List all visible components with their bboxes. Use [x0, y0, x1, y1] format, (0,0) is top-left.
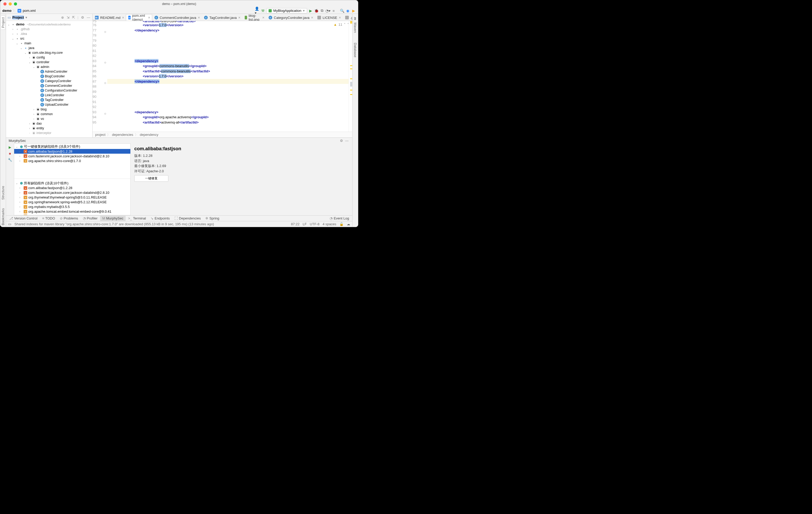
debug-button[interactable]: 🐞	[314, 8, 319, 13]
close-tab-icon[interactable]: ×	[198, 16, 200, 20]
bottom-tool-tab[interactable]: ⛶Dependencies	[172, 216, 203, 221]
close-tab-icon[interactable]: ×	[238, 16, 240, 20]
vuln-item[interactable]: ›⬥com.fasterxml.jackson.core:jackson-dat…	[14, 191, 130, 195]
close-window-button[interactable]	[3, 2, 6, 5]
expand-all-icon[interactable]: ⇲	[66, 16, 70, 20]
vuln-item[interactable]: ›⬥com.alibaba:fastjson@1.2.28	[14, 186, 130, 191]
tree-item[interactable]: ⌄▪java	[6, 46, 92, 50]
tree-item[interactable]: ›◉config	[6, 55, 92, 60]
vuln-item[interactable]: ›⬥org.thymeleaf:thymeleaf-spring5@3.0.11…	[14, 195, 130, 200]
tree-item[interactable]: ›▪.idea	[6, 31, 92, 36]
run-config-selector[interactable]: MyBlogApplication ▾	[266, 8, 307, 13]
locate-icon[interactable]: ⊕	[61, 16, 64, 20]
tree-item[interactable]: CAdminController	[6, 69, 92, 74]
gear-icon[interactable]: ⚙	[339, 139, 344, 143]
close-tab-icon[interactable]: ×	[339, 16, 341, 20]
bottom-tool-tab[interactable]: MMurphySec	[100, 216, 126, 221]
vuln-item[interactable]: ›⬥com.fasterxml.jackson.core:jackson-dat…	[14, 154, 130, 159]
editor-tab[interactable]: CCommentController.java×	[152, 14, 202, 21]
tree-item[interactable]: CBlogController	[6, 74, 92, 79]
readonly-icon[interactable]: 🔓	[339, 222, 344, 226]
vuln-item[interactable]: ›⬥com.alibaba:fastjson@1.2.28	[14, 149, 130, 154]
cursor-position[interactable]: 87:22	[291, 222, 299, 226]
coverage-button[interactable]: ⧉	[320, 8, 324, 13]
fixable-components-tree[interactable]: ⌄⬢可一键修复的缺陷组件 (涉及3个组件)›⬥com.alibaba:fastj…	[14, 144, 130, 179]
error-stripe[interactable]	[349, 21, 352, 132]
tree-item[interactable]: ›◉interceptor	[6, 131, 92, 135]
bottom-tool-tab[interactable]: ↘Endpoints	[148, 216, 172, 221]
all-components-tree[interactable]: ⌄⬢所有缺陷组件 (涉及10个组件)›⬥com.alibaba:fastjson…	[14, 180, 130, 215]
editor-tab[interactable]: blog-list.png×	[242, 14, 266, 21]
event-log-tab[interactable]: ◔Event Log	[327, 216, 351, 221]
project-tool-tab[interactable]: Project	[1, 16, 5, 30]
bottom-tool-tab[interactable]: ⎇Version Control	[7, 216, 39, 221]
tree-item[interactable]: CConfigurationController	[6, 88, 92, 93]
vuln-item[interactable]: ›⬥org.apache.shiro:shiro-core@1.7.0	[14, 159, 130, 163]
editor-tab[interactable]: CCategoryController.java×	[266, 14, 315, 21]
hide-icon[interactable]: —	[86, 16, 91, 20]
search-icon[interactable]: 🔍	[340, 8, 344, 13]
vuln-item[interactable]: ›⬥org.apache.shiro:shiro-core@1.7.0	[14, 214, 130, 215]
editor-tab[interactable]: mpom.xml (demo)×	[126, 14, 152, 21]
maven-tool-tab[interactable]: m Maven	[353, 16, 357, 36]
bottom-tool-tab[interactable]: >_Terminal	[126, 216, 148, 221]
breadcrumb-project[interactable]: demo	[2, 9, 11, 12]
maximize-window-button[interactable]	[14, 2, 17, 5]
chevron-down-icon[interactable]: ▾	[25, 16, 27, 20]
editor-tab[interactable]: CTagController.java×	[202, 14, 242, 21]
bookmarks-tool-tab[interactable]: Bookmarks	[1, 207, 5, 227]
project-tree[interactable]: ⌄▪demo~/Documents/code/testcode/demo›▪.g…	[6, 21, 92, 137]
status-project-icon[interactable]: ▭	[8, 222, 11, 226]
tree-item[interactable]: ⌄◉controller	[6, 60, 92, 64]
tree-item[interactable]: ›◉entity	[6, 126, 92, 131]
tree-item[interactable]: CCommentController	[6, 83, 92, 88]
gear-icon[interactable]: ⚙	[81, 16, 85, 20]
tree-item[interactable]: ›◉blog	[6, 107, 92, 112]
line-separator[interactable]: LF	[303, 222, 307, 226]
structure-tool-tab[interactable]: Structure	[1, 184, 5, 201]
collapse-all-icon[interactable]: ⇱	[71, 16, 76, 20]
vuln-item[interactable]: ›⬥org.apache.tomcat.embed:tomcat-embed-c…	[14, 209, 130, 214]
tree-item[interactable]: CLinkController	[6, 93, 92, 97]
tree-item[interactable]: ⌄◉admin	[6, 64, 92, 69]
tree-group-header[interactable]: ⌄⬢可一键修复的缺陷组件 (涉及3个组件)	[14, 144, 130, 149]
database-tool-tab[interactable]: Database	[353, 41, 357, 59]
hide-icon[interactable]: —	[344, 139, 350, 143]
tree-item[interactable]: CTagController	[6, 97, 92, 102]
tree-item[interactable]: ›◉common	[6, 112, 92, 116]
tree-item[interactable]: CUploadController	[6, 102, 92, 107]
tree-root[interactable]: ⌄▪demo~/Documents/code/testcode/demo	[6, 22, 92, 27]
tree-item[interactable]: ⌄▪src	[6, 36, 92, 41]
indent-setting[interactable]: 4 spaces	[323, 222, 336, 226]
breadcrumb-file[interactable]: pom.xml	[23, 9, 36, 12]
rerun-button[interactable]: ▶	[8, 145, 12, 149]
crumb-item[interactable]: dependency	[140, 133, 158, 137]
memory-indicator[interactable]: ☁	[347, 222, 350, 226]
close-tab-icon[interactable]: ×	[262, 16, 264, 20]
tree-item[interactable]: ⌄▪main	[6, 41, 92, 46]
crumb-item[interactable]: project	[95, 133, 106, 137]
build-icon[interactable]: ⚒	[260, 8, 265, 13]
settings-icon[interactable]: ◉	[345, 8, 350, 13]
stop-button[interactable]: ■	[8, 151, 12, 155]
user-icon[interactable]: 👤▾	[255, 8, 259, 13]
gutter-fold[interactable]: ⊖⊖⊖⊖	[103, 21, 107, 132]
tree-item[interactable]: ⌄◉com.site.blog.my.core	[6, 50, 92, 55]
minimize-window-button[interactable]	[9, 2, 12, 5]
profile-button[interactable]: ◔▾	[325, 8, 330, 13]
close-tab-icon[interactable]: ×	[148, 16, 150, 20]
tree-group-header[interactable]: ⌄⬢所有缺陷组件 (涉及10个组件)	[14, 181, 130, 186]
editor-tab[interactable]: .gitignore×	[343, 14, 352, 21]
tree-item[interactable]: CCategoryController	[6, 79, 92, 83]
project-view-selector[interactable]: Project	[12, 16, 24, 20]
bottom-tool-tab[interactable]: ⊘Problems	[58, 216, 80, 221]
bottom-tool-tab[interactable]: ◔Profiler	[81, 216, 100, 221]
vuln-item[interactable]: ›⬥org.mybatis:mybatis@3.5.5	[14, 204, 130, 209]
wrench-icon[interactable]: 🔧	[8, 158, 12, 162]
close-tab-icon[interactable]: ×	[122, 16, 124, 20]
run-button[interactable]: ▶	[308, 8, 313, 13]
editor-breadcrumbs[interactable]: project〉dependencies〉dependency	[93, 132, 352, 137]
tree-item[interactable]: ›▪.github	[6, 27, 92, 31]
stop-button[interactable]: ■	[331, 8, 336, 13]
editor-tab[interactable]: LICENSE×	[315, 14, 343, 21]
